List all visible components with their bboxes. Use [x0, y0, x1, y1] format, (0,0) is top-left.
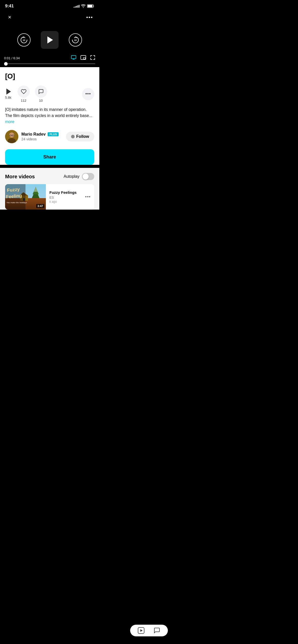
likes-action[interactable]: 112	[18, 85, 30, 103]
signal-bars-icon	[74, 5, 79, 8]
comment-icon	[38, 89, 44, 94]
status-time: 9:41	[5, 4, 14, 9]
content-area: [O] 5.8k 112 10 ••• [O] i	[0, 67, 99, 165]
video-card-title: Fuzzy Feelings	[49, 190, 79, 195]
video-card-info: Fuzzy Feelings ES k ago	[49, 188, 82, 206]
more-actions-button[interactable]: •••	[82, 88, 94, 100]
more-videos-section: More videos Autoplay	[0, 168, 99, 210]
play-icon	[47, 36, 53, 43]
video-card-more-button[interactable]: •••	[85, 192, 94, 202]
video-action-icons	[71, 55, 95, 61]
video-card[interactable]: Fuzzy Feeling You make the holidays 3:47…	[5, 184, 94, 210]
svg-text:10: 10	[23, 39, 25, 41]
close-button[interactable]: ×	[5, 13, 14, 22]
progress-bar[interactable]	[4, 63, 95, 64]
creator-row: Mario Radev PLUS 24 videos Follow	[5, 130, 94, 143]
video-time-row: 0:01 / 6:34	[4, 55, 95, 61]
creator-name-row: Mario Radev PLUS	[21, 132, 66, 137]
video-bottom-bar: 0:01 / 6:34	[0, 55, 99, 67]
plays-action[interactable]: 5.8k	[5, 89, 11, 99]
description-more-link[interactable]: more	[5, 120, 14, 124]
video-duration: 3:47	[36, 204, 44, 208]
video-controls: 10 10	[0, 26, 99, 55]
video-card-meta: k ago	[49, 200, 79, 203]
video-card-subtitle: ES	[49, 196, 79, 199]
more-videos-header: More videos Autoplay	[5, 173, 94, 180]
plus-badge: PLUS	[48, 132, 59, 136]
creator-avatar[interactable]	[5, 130, 18, 143]
follow-label: Follow	[76, 134, 89, 139]
video-time-display: 0:01 / 6:34	[4, 56, 20, 60]
rewind-button[interactable]: 10	[17, 33, 31, 47]
share-button[interactable]: Share	[5, 149, 94, 165]
wifi-icon	[81, 4, 86, 8]
creator-name: Mario Radev	[21, 132, 46, 137]
autoplay-row: Autoplay	[64, 173, 94, 180]
svg-text:You make the holidays: You make the holidays	[6, 201, 27, 204]
comments-action[interactable]: 10	[35, 85, 47, 103]
autoplay-label: Autoplay	[64, 174, 79, 179]
creator-info: Mario Radev PLUS 24 videos	[21, 132, 66, 141]
battery-icon	[87, 4, 94, 8]
status-bar: 9:41	[0, 0, 99, 11]
like-icon-circle	[18, 85, 30, 98]
svg-rect-1	[88, 5, 92, 7]
svg-rect-6	[83, 57, 85, 59]
plays-count: 5.8k	[5, 96, 11, 99]
comments-count: 10	[39, 99, 43, 103]
video-description: [O] imitates nature in its manner of ope…	[5, 107, 94, 125]
fullscreen-icon[interactable]	[90, 55, 95, 61]
video-player: × ••• 10 10 0:01 / 6:34	[0, 11, 99, 67]
status-icons	[74, 4, 94, 8]
heart-icon	[21, 89, 26, 94]
pip-icon[interactable]	[80, 55, 86, 61]
comment-icon-circle	[35, 85, 47, 98]
airplay-icon[interactable]	[71, 55, 76, 61]
video-top-bar: × •••	[0, 11, 99, 26]
action-row: 5.8k 112 10 •••	[5, 85, 94, 103]
video-title: [O]	[5, 72, 94, 80]
likes-count: 112	[21, 99, 26, 103]
follow-dot-icon	[71, 135, 75, 138]
play-icon-sm	[6, 89, 11, 95]
video-thumbnail: Fuzzy Feeling You make the holidays 3:47	[5, 184, 46, 210]
follow-button[interactable]: Follow	[66, 132, 94, 141]
creator-video-count: 24 videos	[21, 137, 66, 141]
progress-thumb[interactable]	[4, 62, 8, 66]
more-videos-title: More videos	[5, 174, 35, 180]
play-pause-button[interactable]	[41, 31, 59, 49]
avatar-image	[5, 130, 18, 143]
forward-button[interactable]: 10	[69, 33, 82, 47]
toggle-thumb	[83, 173, 89, 180]
svg-text:10: 10	[74, 39, 77, 41]
more-options-button[interactable]: •••	[85, 13, 94, 22]
svg-point-10	[9, 133, 14, 138]
autoplay-toggle[interactable]	[82, 173, 94, 180]
